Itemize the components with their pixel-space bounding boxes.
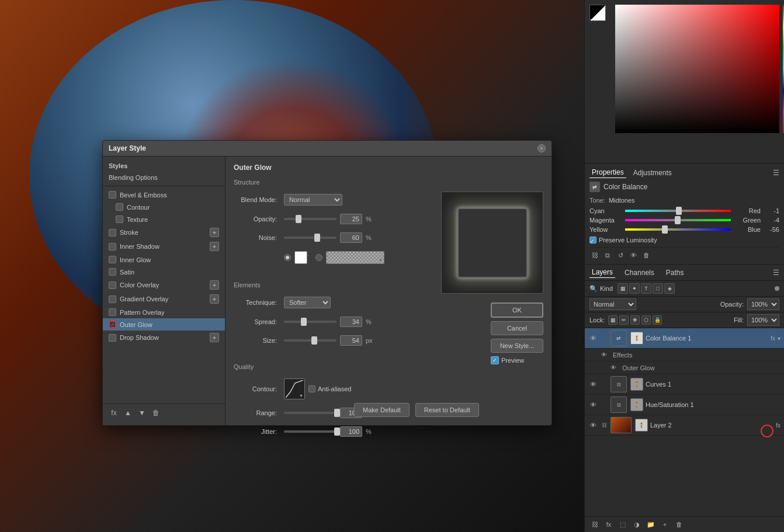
size-slider[interactable] — [284, 339, 337, 342]
spread-slider[interactable] — [284, 321, 337, 323]
sidebar-item-texture[interactable]: Texture — [103, 213, 225, 225]
cancel-button[interactable]: Cancel — [491, 321, 543, 335]
prop-icon-copy[interactable]: ⧉ — [602, 250, 613, 260]
tab-properties[interactable]: Properties — [589, 167, 626, 178]
outer-glow-eye[interactable]: 👁 — [610, 364, 620, 371]
sidebar-item-stroke[interactable]: Stroke + — [103, 225, 225, 239]
gradient-swatch[interactable]: ▼ — [326, 251, 384, 264]
panel-menu-icon[interactable]: ☰ — [773, 169, 779, 177]
contour-dropdown-arrow[interactable]: ▼ — [299, 394, 303, 398]
filter-smart-icon[interactable]: ◈ — [664, 283, 675, 294]
tab-paths[interactable]: Paths — [664, 267, 686, 278]
layer-fx-footer-btn[interactable]: fx — [603, 519, 614, 530]
filter-shape-icon[interactable]: □ — [653, 283, 663, 294]
solid-color-radio[interactable] — [284, 254, 291, 261]
layer-new-footer-btn[interactable]: + — [660, 519, 670, 530]
ok-button[interactable]: OK — [491, 302, 543, 318]
fx-footer-icon[interactable]: fx — [109, 408, 119, 418]
noise-slider[interactable] — [284, 237, 337, 239]
spread-value-input[interactable] — [340, 317, 362, 327]
sidebar-item-contour[interactable]: Contour — [103, 201, 225, 213]
layer-fx-layer-2[interactable]: fx — [776, 422, 780, 429]
inner-glow-checkbox[interactable] — [109, 256, 116, 263]
lock-transparent-btn[interactable]: ▦ — [608, 315, 618, 325]
fill-select[interactable]: 100% — [747, 314, 779, 326]
inner-shadow-add-btn[interactable]: + — [210, 242, 219, 251]
layer-fx-color-balance-1[interactable]: fx — [771, 335, 775, 342]
contour-checkbox[interactable] — [116, 203, 123, 211]
blend-mode-select[interactable]: Normal — [589, 298, 636, 310]
make-default-button[interactable]: Make Default — [354, 403, 410, 417]
effects-eye[interactable]: 👁 — [601, 352, 610, 358]
prop-icon-eye[interactable]: 👁 — [628, 250, 639, 260]
layer-link-footer-btn[interactable]: ⛓ — [589, 519, 600, 530]
color-gradient-picker[interactable] — [615, 5, 779, 133]
preview-checkbox[interactable]: ✓ — [491, 356, 499, 364]
filter-type-icon[interactable]: T — [641, 283, 651, 294]
gradient-radio[interactable] — [315, 254, 322, 261]
tab-layers[interactable]: Layers — [589, 267, 615, 278]
jitter-slider-thumb[interactable] — [334, 427, 340, 436]
jitter-value-input[interactable] — [340, 426, 362, 437]
sidebar-item-satin[interactable]: Satin — [103, 266, 225, 278]
yellow-blue-thumb[interactable] — [662, 225, 668, 234]
bevel-emboss-checkbox[interactable] — [109, 191, 116, 199]
filter-adjust-icon[interactable]: ✦ — [629, 283, 640, 294]
inner-shadow-checkbox[interactable] — [109, 243, 116, 251]
contour-preview-box[interactable]: ▼ — [284, 378, 305, 399]
layer-mask-footer-btn[interactable]: ⬚ — [618, 519, 628, 530]
layer-row-layer-2[interactable]: 👁 ⛓ 🧍 Layer 2 fx — [585, 415, 784, 436]
opacity-select[interactable]: 100% — [747, 298, 779, 310]
gradient-dropdown-arrow[interactable]: ▼ — [379, 258, 383, 262]
color-overlay-checkbox[interactable] — [109, 281, 116, 289]
lock-move-btn[interactable]: ✥ — [630, 315, 640, 325]
texture-checkbox[interactable] — [116, 215, 123, 223]
jitter-slider[interactable] — [284, 430, 337, 433]
yellow-blue-slider[interactable] — [625, 228, 731, 231]
gradient-overlay-checkbox[interactable] — [109, 295, 116, 303]
sidebar-item-drop-shadow[interactable]: Drop Shadow + — [103, 331, 225, 345]
lock-pixels-btn[interactable]: ✏ — [619, 315, 629, 325]
gradient-overlay-add-btn[interactable]: + — [210, 294, 219, 304]
tab-adjustments[interactable]: Adjustments — [631, 168, 674, 178]
magenta-green-slider[interactable] — [625, 219, 731, 221]
range-slider-thumb[interactable] — [334, 409, 340, 417]
opacity-slider[interactable] — [284, 218, 337, 220]
sidebar-item-inner-shadow[interactable]: Inner Shadow + — [103, 239, 225, 253]
sidebar-item-inner-glow[interactable]: Inner Glow — [103, 253, 225, 266]
sidebar-item-blending-options[interactable]: Blending Options — [103, 172, 225, 183]
magenta-green-thumb[interactable] — [675, 216, 681, 224]
size-slider-thumb[interactable] — [311, 336, 317, 345]
layer-adjustment-footer-btn[interactable]: ◑ — [632, 519, 642, 530]
color-overlay-add-btn[interactable]: + — [210, 280, 219, 290]
opacity-value-input[interactable]: 25 — [340, 214, 362, 224]
opacity-slider-thumb[interactable] — [296, 215, 301, 223]
layer-eye-color-balance-1[interactable]: 👁 — [588, 333, 598, 343]
drop-shadow-add-btn[interactable]: + — [210, 333, 219, 342]
noise-slider-thumb[interactable] — [314, 234, 320, 242]
lock-all-btn[interactable]: 🔒 — [653, 315, 662, 325]
cyan-red-slider[interactable] — [625, 210, 731, 212]
cyan-red-thumb[interactable] — [676, 207, 682, 215]
sidebar-item-outer-glow[interactable]: ✓ Outer Glow — [103, 318, 225, 331]
noise-value-input[interactable] — [340, 232, 362, 243]
sidebar-item-color-overlay[interactable]: Color Overlay + — [103, 278, 225, 292]
satin-checkbox[interactable] — [109, 268, 116, 276]
sidebar-item-pattern-overlay[interactable]: Pattern Overlay — [103, 306, 225, 318]
layer-group-footer-btn[interactable]: 📁 — [646, 519, 656, 530]
color-swatch[interactable] — [294, 251, 307, 264]
layer-eye-curves-1[interactable]: 👁 — [588, 380, 598, 389]
blend-mode-form-select[interactable]: Normal Multiply Screen — [284, 194, 342, 206]
sidebar-item-bevel-emboss[interactable]: Bevel & Emboss — [103, 189, 225, 201]
new-style-button[interactable]: New Style... — [491, 339, 543, 353]
sidebar-item-gradient-overlay[interactable]: Gradient Overlay + — [103, 292, 225, 306]
filter-pixel-icon[interactable]: ▦ — [618, 283, 628, 294]
spread-slider-thumb[interactable] — [301, 318, 307, 326]
layer-eye-hue-saturation[interactable]: 👁 — [588, 400, 598, 409]
preserve-luminosity-checkbox[interactable]: ✓ — [589, 237, 596, 244]
down-arrow-footer-icon[interactable]: ▼ — [137, 408, 147, 418]
pattern-overlay-checkbox[interactable] — [109, 308, 116, 316]
drop-shadow-checkbox[interactable] — [109, 334, 116, 342]
technique-select[interactable]: Softer Precise — [284, 297, 331, 308]
layer-row-curves-1[interactable]: 👁 ⊡ 🧍 Curves 1 — [585, 374, 784, 395]
